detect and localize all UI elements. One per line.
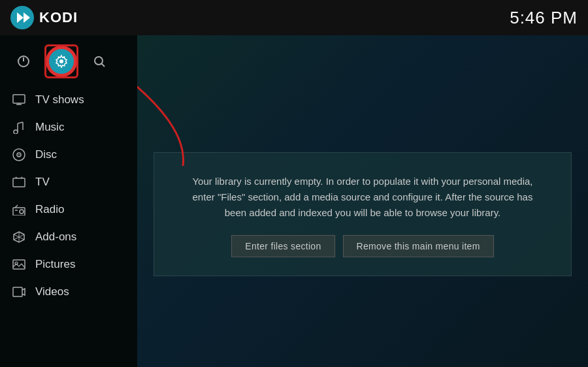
kodi-logo-icon	[10, 6, 34, 29]
svg-point-11	[14, 130, 18, 134]
sidebar-item-tv-shows[interactable]: TV shows	[0, 86, 137, 114]
svg-point-17	[18, 154, 20, 155]
svg-point-6	[95, 57, 103, 65]
svg-point-5	[59, 59, 63, 63]
sidebar-label-tv-shows: TV shows	[35, 93, 84, 106]
videos-icon	[12, 285, 26, 299]
kodi-logo: KODI	[10, 6, 78, 29]
sidebar-item-addons[interactable]: Add-ons	[0, 223, 137, 251]
main-layout: TV shows Music	[0, 35, 588, 367]
tv-icon	[12, 175, 26, 189]
radio-icon	[12, 202, 26, 217]
top-bar: KODI 5:46 PM	[0, 0, 588, 35]
sidebar-label-disc: Disc	[35, 148, 57, 161]
sidebar-item-disc[interactable]: Disc	[0, 141, 137, 168]
svg-point-22	[20, 210, 24, 214]
svg-line-13	[18, 122, 23, 123]
svg-line-7	[102, 64, 105, 67]
addons-icon	[12, 230, 26, 244]
enter-files-button[interactable]: Enter files section	[231, 235, 335, 257]
sidebar-icon-row	[0, 42, 137, 84]
settings-wrapper	[47, 47, 76, 76]
music-icon	[12, 120, 26, 135]
svg-rect-18	[13, 178, 25, 187]
search-button[interactable]	[88, 50, 111, 73]
dialog-buttons: Enter files section Remove this main men…	[180, 235, 545, 257]
settings-button[interactable]	[47, 47, 76, 76]
power-button[interactable]	[12, 50, 35, 73]
tv-shows-icon	[12, 93, 26, 107]
sidebar-item-music[interactable]: Music	[0, 114, 137, 141]
svg-rect-8	[13, 95, 25, 103]
sidebar-label-music: Music	[35, 121, 64, 134]
sidebar-nav: TV shows Music	[0, 86, 137, 306]
svg-rect-31	[13, 287, 22, 296]
sidebar-label-radio: Radio	[35, 203, 64, 216]
remove-menu-item-button[interactable]: Remove this main menu item	[343, 235, 494, 257]
sidebar-label-tv: TV	[35, 176, 50, 189]
sidebar-item-radio[interactable]: Radio	[0, 196, 137, 223]
sidebar: TV shows Music	[0, 35, 137, 367]
content-area: Your library is currently empty. In orde…	[137, 35, 588, 367]
sidebar-item-videos[interactable]: Videos	[0, 278, 137, 306]
sidebar-label-pictures: Pictures	[35, 258, 75, 271]
svg-rect-29	[13, 260, 25, 269]
dialog-message: Your library is currently empty. In orde…	[180, 174, 545, 221]
dialog-box: Your library is currently empty. In orde…	[154, 152, 572, 276]
sidebar-label-videos: Videos	[35, 285, 69, 298]
app-title: KODI	[39, 9, 78, 26]
sidebar-item-tv[interactable]: TV	[0, 168, 137, 196]
disc-icon	[12, 148, 26, 162]
sidebar-label-addons: Add-ons	[35, 231, 76, 244]
sidebar-item-pictures[interactable]: Pictures	[0, 251, 137, 278]
clock: 5:46 PM	[510, 8, 578, 28]
pictures-icon	[12, 257, 26, 272]
